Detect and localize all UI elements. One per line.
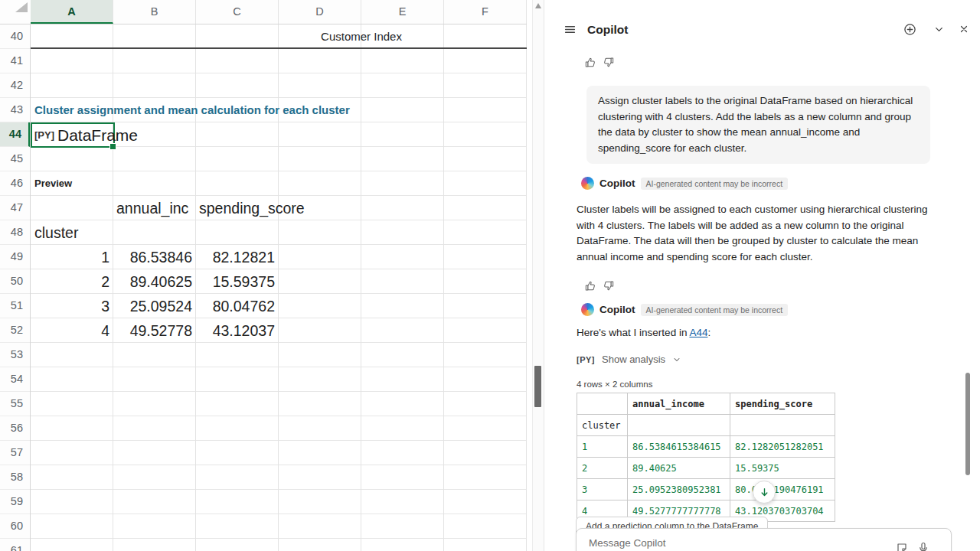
table-cell: 80.0476190476191 xyxy=(730,479,835,500)
cell-value[interactable]: 4 xyxy=(31,318,113,343)
close-icon[interactable] xyxy=(956,21,972,37)
panel-scrollbar-thumb[interactable] xyxy=(965,373,970,475)
cell-value[interactable]: 1 xyxy=(31,245,113,269)
copilot-message-header: Copilot AI-generated content may be inco… xyxy=(581,303,788,316)
thumbs-down-icon[interactable] xyxy=(600,54,617,70)
microphone-icon[interactable] xyxy=(915,540,932,551)
row-header[interactable]: 46 xyxy=(0,171,30,196)
row-header-selected[interactable]: 44 xyxy=(0,122,30,147)
row-header[interactable]: 49 xyxy=(0,245,30,269)
row-header[interactable]: 60 xyxy=(0,514,30,539)
preview-row[interactable]: 4 49.52778 43.12037 xyxy=(31,318,279,343)
chevron-down-icon[interactable] xyxy=(930,21,947,37)
column-header-e[interactable]: E xyxy=(361,0,444,24)
row-header[interactable]: 55 xyxy=(0,392,30,416)
copilot-author: Copilot xyxy=(599,178,635,189)
table-cell: cluster xyxy=(577,415,628,436)
show-analysis-button[interactable]: Show analysis xyxy=(602,354,665,365)
inserted-prefix: Here's what I inserted in xyxy=(577,327,689,338)
row-header[interactable]: 48 xyxy=(0,220,30,245)
inserted-suffix: : xyxy=(707,327,710,338)
message-input[interactable] xyxy=(587,536,881,549)
cell-spending-score-header[interactable]: spending_score xyxy=(199,196,305,220)
preview-row[interactable]: 1 86.53846 82.12821 xyxy=(31,245,279,269)
new-chat-icon[interactable] xyxy=(901,21,918,37)
scroll-to-bottom-button[interactable] xyxy=(753,481,776,504)
copilot-panel: Copilot Assign cluster labels to the ori… xyxy=(544,0,980,551)
chevron-down-icon[interactable] xyxy=(672,355,681,364)
cell-value[interactable]: 82.12821 xyxy=(196,245,279,269)
thumbs-up-icon[interactable] xyxy=(581,54,598,70)
sheet-scrollbar-track[interactable] xyxy=(532,0,544,551)
down-arrow-icon xyxy=(759,487,770,498)
cell-value[interactable]: 86.53846 xyxy=(113,245,196,269)
cell-value[interactable]: 25.09524 xyxy=(113,294,196,318)
result-table: annual_income spending_score cluster 1 8… xyxy=(577,393,835,522)
thumbs-down-icon[interactable] xyxy=(600,277,617,294)
table-cell: 25.0952380952381 xyxy=(628,479,730,500)
thumbs-up-icon[interactable] xyxy=(581,277,598,294)
row-header[interactable]: 51 xyxy=(0,294,30,318)
table-cell: 2 xyxy=(577,458,628,479)
column-header-d[interactable]: D xyxy=(279,0,361,24)
hamburger-menu-icon[interactable] xyxy=(561,21,578,37)
table-cell: 15.59375 xyxy=(730,458,835,479)
cell-value[interactable]: 89.40625 xyxy=(113,269,196,294)
row-header[interactable]: 59 xyxy=(0,490,30,514)
column-header-a[interactable]: A xyxy=(31,0,113,24)
panel-title: Copilot xyxy=(587,21,628,38)
cell-reference-link[interactable]: A44 xyxy=(689,327,707,338)
cell-preview-label[interactable]: Preview xyxy=(34,171,72,196)
copilot-logo-icon xyxy=(581,177,594,190)
cell-title[interactable]: Customer Index xyxy=(279,24,444,48)
table-caption: 4 rows × 2 columns xyxy=(577,380,652,389)
table-row: 2 89.40625 15.59375 xyxy=(577,458,835,479)
row-header[interactable]: 40 xyxy=(0,24,30,49)
preview-row[interactable]: 2 89.40625 15.59375 xyxy=(31,269,279,294)
cell-value[interactable]: 43.12037 xyxy=(196,318,279,343)
row-header[interactable]: 53 xyxy=(0,343,30,367)
table-cell: 1 xyxy=(577,436,628,458)
row-header[interactable]: 41 xyxy=(0,49,30,73)
column-headers: A B C D E F xyxy=(31,0,527,24)
preview-row[interactable]: 3 25.09524 80.04762 xyxy=(31,294,279,318)
row-header[interactable]: 58 xyxy=(0,465,30,490)
message-input-box[interactable] xyxy=(576,528,952,551)
sheet-scrollbar-thumb[interactable] xyxy=(534,366,541,407)
cell-value[interactable]: 49.52778 xyxy=(113,318,196,343)
table-header-cell: annual_income xyxy=(628,393,730,415)
table-header-cell xyxy=(577,393,628,415)
title-underline xyxy=(31,47,527,49)
row-header[interactable]: 61 xyxy=(0,539,30,551)
select-all-corner[interactable] xyxy=(0,0,31,24)
row-header[interactable]: 57 xyxy=(0,441,30,465)
cell-value[interactable]: 15.59375 xyxy=(196,269,279,294)
row-header[interactable]: 42 xyxy=(0,73,30,98)
cell-cluster-label[interactable]: cluster xyxy=(34,220,78,245)
column-header-b[interactable]: B xyxy=(113,0,196,24)
row-header[interactable]: 50 xyxy=(0,269,30,294)
show-analysis-row: [PY] Show analysis xyxy=(577,354,681,365)
python-cell-icon: [PY] xyxy=(34,129,54,141)
inserted-line: Here's what I inserted in A44: xyxy=(577,325,710,341)
row-header[interactable]: 52 xyxy=(0,318,30,343)
scrollbar-up-arrow-icon[interactable] xyxy=(535,3,541,8)
row-header[interactable]: 47 xyxy=(0,196,30,220)
cell-value[interactable]: 80.04762 xyxy=(196,294,279,318)
cell-a44[interactable]: [PY] DataFrame xyxy=(34,122,138,148)
spreadsheet-area: A B C D E F 40 41 42 43 44 45 46 47 48 4… xyxy=(0,0,532,551)
column-header-c[interactable]: C xyxy=(196,0,279,24)
row-header[interactable]: 54 xyxy=(0,367,30,392)
row-header[interactable]: 56 xyxy=(0,416,30,441)
row-header[interactable]: 45 xyxy=(0,147,30,171)
cell-value[interactable]: 2 xyxy=(31,269,113,294)
cell-value[interactable]: 3 xyxy=(31,294,113,318)
prompt-gallery-icon[interactable] xyxy=(893,540,910,551)
row-header[interactable]: 43 xyxy=(0,98,30,122)
column-header-f[interactable]: F xyxy=(444,0,527,24)
copilot-logo-icon xyxy=(581,303,594,316)
cell-section-heading[interactable]: Cluster assignment and mean calculation … xyxy=(34,98,350,122)
cell-annual-income-header[interactable]: annual_inc xyxy=(116,196,196,220)
table-index-row: cluster xyxy=(577,415,835,436)
table-cell xyxy=(730,415,835,436)
